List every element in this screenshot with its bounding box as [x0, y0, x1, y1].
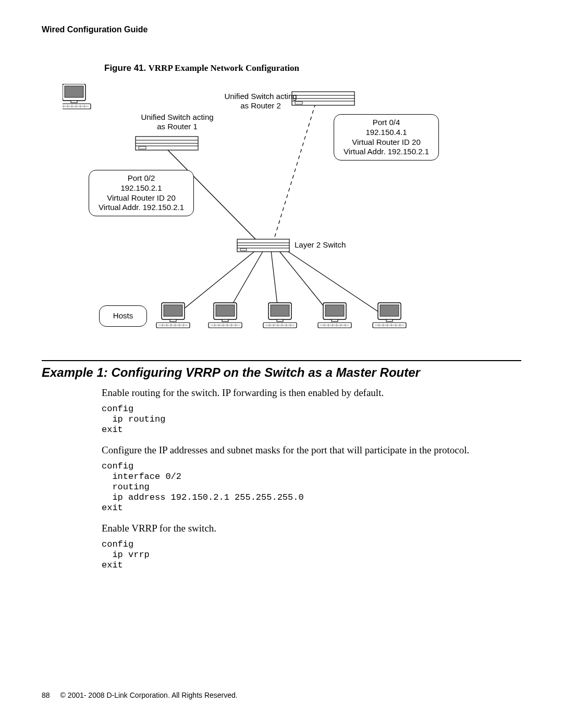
code-block-3: config ip vrrp exit [102, 539, 521, 571]
hosts-box: Hosts [99, 305, 147, 327]
box-left-l2: 192.150.2.1 [94, 183, 188, 193]
port-0-4-box: Port 0/4 192.150.4.1 Virtual Router ID 2… [334, 114, 439, 161]
page-header: Wired Configuration Guide [42, 25, 521, 34]
svg-rect-24 [71, 101, 77, 103]
router1-label: Unified Switch actingas Router 1 [136, 113, 219, 131]
paragraph-1: Enable routing for the switch. IP forwar… [102, 387, 521, 399]
paragraph-2: Configure the IP addresses and subnet ma… [102, 445, 521, 456]
page-footer: 88 © 2001- 2008 D-Link Corporation. All … [42, 691, 238, 699]
router2-label: Unified Switch actingas Router 2 [219, 92, 302, 110]
layer2-switch-icon [237, 239, 289, 252]
box-right-l4: Virtual Addr. 192.150.2.1 [339, 147, 433, 157]
figure-caption: Figure 41. VRRP Example Network Configur… [104, 63, 521, 73]
paragraph-3: Enable VRRP for the switch. [102, 523, 521, 534]
svg-rect-23 [65, 86, 83, 97]
l2-switch-label: Layer 2 Switch [295, 240, 346, 250]
port-0-2-box: Port 0/2 192.150.2.1 Virtual Router ID 2… [89, 170, 194, 216]
page-number: 88 [42, 691, 50, 699]
box-right-l3: Virtual Router ID 20 [339, 138, 433, 147]
router-1-icon [136, 137, 198, 150]
figure-number: Figure 41. [104, 63, 146, 73]
svg-line-1 [274, 104, 315, 240]
section-title: Example 1: Configuring VRRP on the Switc… [42, 365, 521, 380]
box-left-l3: Virtual Router ID 20 [94, 193, 188, 203]
box-left-l1: Port 0/2 [94, 174, 188, 183]
box-right-l1: Port 0/4 [339, 118, 433, 128]
copyright: © 2001- 2008 D-Link Corporation. All Rig… [60, 691, 237, 699]
figure-title: VRRP Example Network Configuration [149, 63, 299, 73]
section-divider [42, 360, 521, 361]
body: Enable routing for the switch. IP forwar… [102, 387, 521, 571]
box-right-l2: 192.150.4.1 [339, 128, 433, 138]
page: Wired Configuration Guide Figure 41. VRR… [0, 0, 563, 728]
code-block-2: config interface 0/2 routing ip address … [102, 461, 521, 513]
box-left-l4: Virtual Addr. 192.150.2.1 [94, 203, 188, 213]
code-block-1: config ip routing exit [102, 404, 521, 435]
vrrp-diagram: Unified Switch actingas Router 2 Unified… [63, 84, 500, 339]
